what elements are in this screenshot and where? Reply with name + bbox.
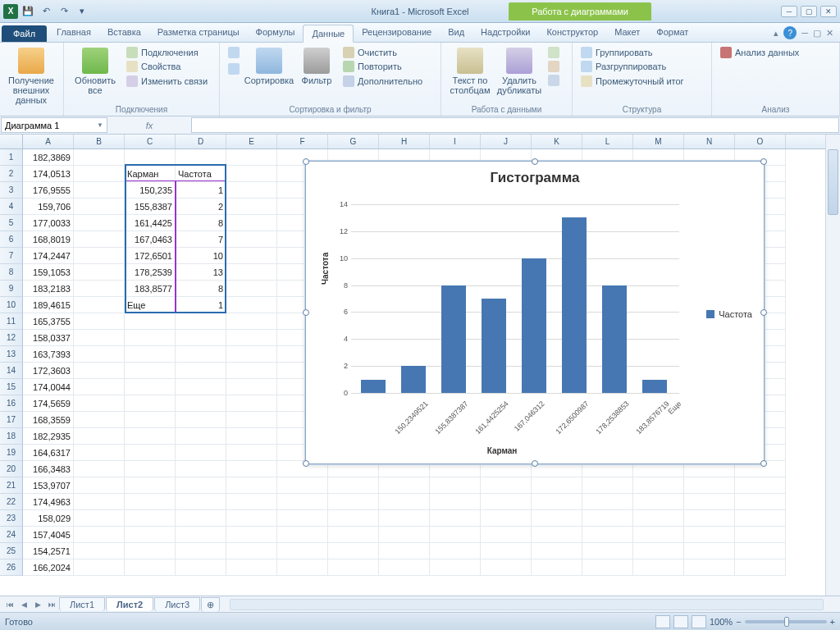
row-header[interactable]: 7 xyxy=(0,248,23,264)
cell[interactable]: 168,3559 xyxy=(23,412,74,428)
cell[interactable]: 189,4615 xyxy=(23,297,74,313)
tab-надстройки[interactable]: Надстройки xyxy=(472,24,538,42)
resize-handle-w[interactable] xyxy=(303,309,309,316)
cell[interactable] xyxy=(74,231,125,248)
cell[interactable] xyxy=(735,543,786,559)
cell[interactable] xyxy=(226,379,277,395)
col-header-A[interactable]: A xyxy=(23,135,74,148)
sheet-tab[interactable]: Лист1 xyxy=(59,597,105,611)
cell[interactable] xyxy=(379,527,430,543)
cell[interactable] xyxy=(176,313,226,330)
cell[interactable] xyxy=(633,527,684,543)
cell[interactable] xyxy=(481,543,532,559)
cell[interactable] xyxy=(430,477,481,494)
cell[interactable] xyxy=(176,149,226,166)
next-sheet-button[interactable]: ▶ xyxy=(31,598,44,611)
row-header[interactable]: 25 xyxy=(0,543,23,559)
cell[interactable]: 182,3869 xyxy=(23,149,74,166)
col-header-K[interactable]: K xyxy=(532,135,582,148)
cell[interactable] xyxy=(125,428,176,445)
cell[interactable]: 164,6317 xyxy=(23,445,74,461)
cell[interactable] xyxy=(176,379,226,395)
redo-icon[interactable]: ↷ xyxy=(56,3,72,20)
cell[interactable]: 174,4963 xyxy=(23,494,74,510)
formula-input[interactable] xyxy=(191,117,839,133)
resize-handle-s[interactable] xyxy=(532,460,538,467)
first-sheet-button[interactable]: ⏮ xyxy=(3,598,16,611)
row-header[interactable]: 19 xyxy=(0,445,23,461)
cell[interactable]: 174,5659 xyxy=(23,395,74,412)
cell[interactable] xyxy=(226,264,277,281)
doc-restore-icon[interactable]: ▢ xyxy=(813,28,821,39)
normal-view-button[interactable] xyxy=(655,615,670,628)
cell[interactable]: 150,235 xyxy=(125,182,176,199)
cell[interactable]: 13 xyxy=(176,264,226,281)
chart-object[interactable]: Гистограмма Частота 02468101214150,23495… xyxy=(305,161,765,464)
col-header-N[interactable]: N xyxy=(684,135,735,148)
cell[interactable] xyxy=(74,379,125,395)
cell[interactable] xyxy=(226,527,277,543)
cell[interactable] xyxy=(74,330,125,346)
row-header[interactable]: 10 xyxy=(0,297,23,313)
cell[interactable]: 172,6501 xyxy=(125,248,176,264)
cell[interactable] xyxy=(277,527,328,543)
row-header[interactable]: 16 xyxy=(0,395,23,412)
tab-рецензирование[interactable]: Рецензирование xyxy=(354,24,440,42)
cell[interactable] xyxy=(176,395,226,412)
cell[interactable] xyxy=(481,510,532,527)
cell[interactable] xyxy=(74,313,125,330)
ungroup-button[interactable]: Разгруппировать xyxy=(579,60,686,73)
cell[interactable]: Еще xyxy=(125,297,176,313)
cell[interactable] xyxy=(277,510,328,527)
cell[interactable] xyxy=(481,559,532,576)
cell[interactable] xyxy=(684,477,735,494)
cell[interactable] xyxy=(532,543,582,559)
tab-вставка[interactable]: Вставка xyxy=(99,24,149,42)
cell[interactable]: 159,706 xyxy=(23,199,74,215)
sheet-tab[interactable]: Лист3 xyxy=(154,597,200,611)
cell[interactable]: 182,2935 xyxy=(23,428,74,445)
row-header[interactable]: 3 xyxy=(0,182,23,199)
cell[interactable] xyxy=(633,559,684,576)
refresh-all-button[interactable]: Обновить все xyxy=(71,46,120,97)
cell[interactable] xyxy=(633,494,684,510)
tab-формулы[interactable]: Формулы xyxy=(248,24,304,42)
cell[interactable] xyxy=(74,445,125,461)
cell[interactable] xyxy=(328,527,379,543)
cell[interactable] xyxy=(226,281,277,297)
chart-title[interactable]: Гистограмма xyxy=(306,162,764,191)
cell[interactable] xyxy=(532,527,582,543)
cell[interactable] xyxy=(176,445,226,461)
cell[interactable]: 8 xyxy=(176,215,226,231)
zoom-out-button[interactable]: − xyxy=(736,617,741,627)
doc-minimize-icon[interactable]: ─ xyxy=(801,28,808,38)
cell[interactable]: 177,0033 xyxy=(23,215,74,231)
cell[interactable]: 8 xyxy=(176,281,226,297)
tab-конструктор[interactable]: Конструктор xyxy=(538,24,606,42)
row-header[interactable]: 13 xyxy=(0,346,23,363)
row-header[interactable]: 20 xyxy=(0,461,23,477)
col-header-I[interactable]: I xyxy=(430,135,481,148)
cell[interactable] xyxy=(74,428,125,445)
cell[interactable] xyxy=(226,543,277,559)
chart-bar[interactable] xyxy=(522,258,546,393)
remove-duplicates-button[interactable]: Удалить дубликаты xyxy=(497,46,541,97)
cell[interactable]: 178,2539 xyxy=(125,264,176,281)
cell[interactable] xyxy=(74,510,125,527)
cell[interactable] xyxy=(226,248,277,264)
cell[interactable]: 166,2024 xyxy=(23,559,74,576)
cell[interactable]: 7 xyxy=(176,231,226,248)
cell[interactable]: 168,8019 xyxy=(23,231,74,248)
cell[interactable] xyxy=(74,166,125,182)
cell[interactable] xyxy=(74,527,125,543)
cell[interactable] xyxy=(379,494,430,510)
cell[interactable] xyxy=(226,445,277,461)
vertical-scroll-thumb[interactable] xyxy=(828,149,838,215)
cell[interactable] xyxy=(226,182,277,199)
get-external-data-button[interactable]: Получение внешних данных xyxy=(7,46,56,107)
chart-legend[interactable]: Частота xyxy=(706,309,752,319)
cell[interactable] xyxy=(226,149,277,166)
zoom-level[interactable]: 100% xyxy=(710,617,733,627)
page-layout-view-button[interactable] xyxy=(673,615,688,628)
cell[interactable] xyxy=(176,510,226,527)
